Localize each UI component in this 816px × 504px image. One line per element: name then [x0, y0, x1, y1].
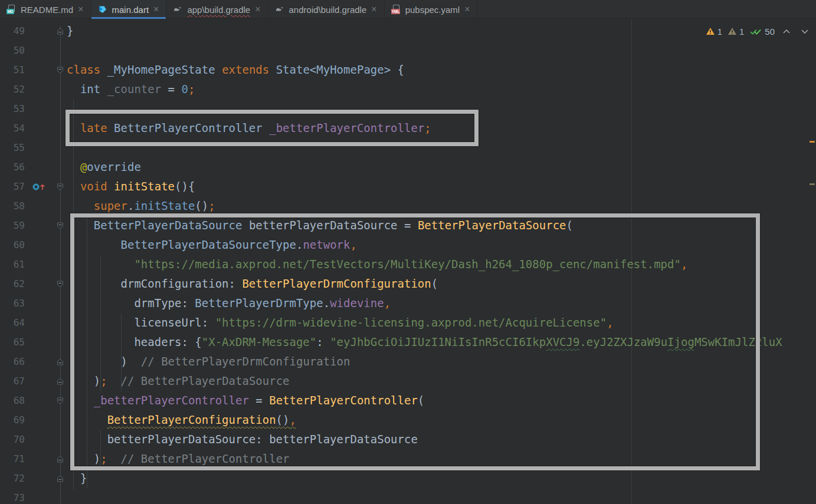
code-token[interactable]: =	[249, 394, 269, 407]
code-token[interactable]: State<MyHomePage>	[276, 63, 391, 76]
code-token[interactable]: BetterPlayerDrmType	[195, 297, 323, 309]
code-token[interactable]: // BetterPlayerDrmConfiguration	[141, 355, 350, 368]
line-number[interactable]: 66	[0, 352, 30, 371]
code-text[interactable]: ); // BetterPlayerController	[67, 449, 816, 469]
code-line[interactable]: 66) // BetterPlayerDrmConfiguration	[0, 352, 816, 371]
code-token[interactable]: _MyHomePageState	[107, 63, 215, 76]
code-line[interactable]: 55	[0, 138, 816, 157]
code-token[interactable]: =	[398, 219, 418, 232]
weak-warnings-indicator[interactable]: 1	[727, 27, 744, 37]
code-text[interactable]: BetterPlayerDataSource betterPlayerDataS…	[67, 216, 816, 235]
code-token[interactable]: headers:	[134, 335, 195, 348]
close-icon[interactable]: ×	[464, 5, 470, 14]
code-token[interactable]: .	[296, 238, 303, 251]
code-token[interactable]	[215, 63, 222, 76]
tab-android-build-gradle[interactable]: android\build.gradle ×	[268, 0, 385, 19]
code-token[interactable]: drmConfiguration:	[121, 277, 242, 290]
code-line[interactable]: 58super.initState();	[0, 196, 816, 216]
code-text[interactable]: class _MyHomePageState extends State<MyH…	[67, 60, 816, 80]
code-token[interactable]: ;	[424, 121, 431, 134]
code-token[interactable]: {	[195, 335, 201, 348]
code-text[interactable]	[67, 138, 816, 157]
close-icon[interactable]: ×	[77, 5, 84, 14]
code-token[interactable]: override	[87, 160, 141, 173]
code-line[interactable]: 51class _MyHomePageState extends State<M…	[0, 60, 816, 80]
code-line[interactable]: 68_betterPlayerController = BetterPlayer…	[0, 391, 816, 410]
code-line[interactable]: 50	[0, 41, 816, 60]
code-text[interactable]: int _counter = 0;	[67, 80, 816, 99]
tab-main-dart[interactable]: main.dart ×	[91, 0, 167, 19]
code-text[interactable]: drmType: BetterPlayerDrmType.widevine,	[67, 294, 816, 313]
line-number[interactable]: 58	[0, 196, 30, 216]
code-line[interactable]: 52int _counter = 0;	[0, 80, 816, 99]
code-token[interactable]	[107, 121, 114, 134]
code-token[interactable]: // BetterPlayerController	[121, 452, 290, 465]
code-token[interactable]: )	[94, 374, 100, 387]
code-token[interactable]: ;	[100, 374, 107, 387]
code-token[interactable]	[269, 63, 276, 76]
line-number[interactable]: 69	[0, 410, 30, 430]
code-line[interactable]: 63drmType: BetterPlayerDrmType.widevine,	[0, 294, 816, 313]
code-token[interactable]: (	[431, 277, 438, 290]
code-token[interactable]: int	[80, 83, 100, 95]
code-line[interactable]: 59BetterPlayerDataSource betterPlayerDat…	[0, 216, 816, 235]
code-token[interactable]: .eyJ2ZXJzaW9u	[579, 335, 667, 348]
line-number[interactable]: 56	[0, 157, 30, 177]
code-token[interactable]: ()	[276, 413, 290, 426]
fold-marker-start[interactable]	[53, 60, 67, 80]
code-token[interactable]: {	[391, 63, 404, 76]
code-token[interactable]	[107, 452, 121, 465]
code-token[interactable]: BetterPlayerDataSource	[418, 219, 566, 232]
code-line[interactable]: 53	[0, 99, 816, 118]
code-token[interactable]: drmType:	[134, 297, 195, 309]
code-token[interactable]: betterPlayerDataSource:	[107, 433, 270, 446]
code-text[interactable]: drmConfiguration: BetterPlayerDrmConfigu…	[67, 274, 816, 294]
tab-app-build-gradle[interactable]: app\build.gradle ×	[166, 0, 268, 19]
next-highlight-button[interactable]	[798, 25, 811, 38]
code-token[interactable]: (	[566, 219, 573, 232]
code-token[interactable]	[263, 121, 269, 134]
code-token[interactable]: betterPlayerDataSource	[249, 219, 398, 232]
code-token[interactable]: network	[303, 238, 350, 251]
code-token[interactable]	[107, 374, 121, 387]
code-token[interactable]: "X-AxDRM-Message"	[202, 335, 316, 348]
code-line[interactable]: 61"https://media.axprod.net/TestVectors/…	[0, 255, 816, 274]
line-number[interactable]: 49	[0, 21, 30, 41]
fold-marker-start[interactable]	[53, 177, 67, 196]
code-token[interactable]: }	[67, 24, 73, 37]
line-number[interactable]: 73	[0, 488, 30, 503]
code-editor[interactable]: 49}5051class _MyHomePageState extends St…	[0, 19, 816, 503]
line-number[interactable]: 54	[0, 118, 30, 138]
code-line[interactable]: 56@override	[0, 157, 816, 177]
code-token[interactable]: BetterPlayerDrmConfiguration	[242, 277, 431, 290]
code-token[interactable]: 0	[182, 83, 188, 95]
code-token[interactable]: BetterPlayerDataSourceType	[121, 238, 296, 251]
line-number[interactable]: 61	[0, 255, 30, 274]
previous-highlight-button[interactable]	[780, 25, 793, 38]
code-text[interactable]: late BetterPlayerController _betterPlaye…	[67, 118, 816, 138]
code-line[interactable]: 65headers: {"X-AxDRM-Message": "eyJhbGci…	[0, 332, 816, 352]
code-line[interactable]: 70betterPlayerDataSource: betterPlayerDa…	[0, 430, 816, 449]
fold-marker-end[interactable]	[53, 449, 67, 469]
code-text[interactable]: @override	[67, 157, 816, 177]
code-token[interactable]: BetterPlayerConfiguration	[107, 413, 276, 426]
line-number[interactable]: 53	[0, 99, 30, 118]
line-number[interactable]: 59	[0, 216, 30, 235]
line-number[interactable]: 63	[0, 294, 30, 313]
code-text[interactable]	[67, 41, 816, 60]
code-token[interactable]: "https://drm-widevine-licensing.axprod.n…	[215, 316, 607, 329]
code-line[interactable]: 64licenseUrl: "https://drm-widevine-lice…	[0, 313, 816, 332]
code-token[interactable]: widevine	[330, 297, 384, 309]
code-text[interactable]: }	[67, 21, 816, 41]
code-token[interactable]: void	[80, 180, 107, 193]
fold-marker-end[interactable]	[53, 371, 67, 391]
line-number[interactable]: 57	[0, 177, 30, 196]
code-line[interactable]: 49}	[0, 21, 816, 41]
fold-marker-start[interactable]	[53, 216, 67, 235]
line-number[interactable]: 68	[0, 391, 30, 410]
code-lines[interactable]: 49}5051class _MyHomePageState extends St…	[0, 19, 816, 503]
fold-marker-start[interactable]	[53, 391, 67, 410]
code-token[interactable]: betterPlayerDataSource	[269, 433, 418, 446]
code-token[interactable]: )	[94, 452, 100, 465]
code-text[interactable]: super.initState();	[67, 196, 816, 216]
